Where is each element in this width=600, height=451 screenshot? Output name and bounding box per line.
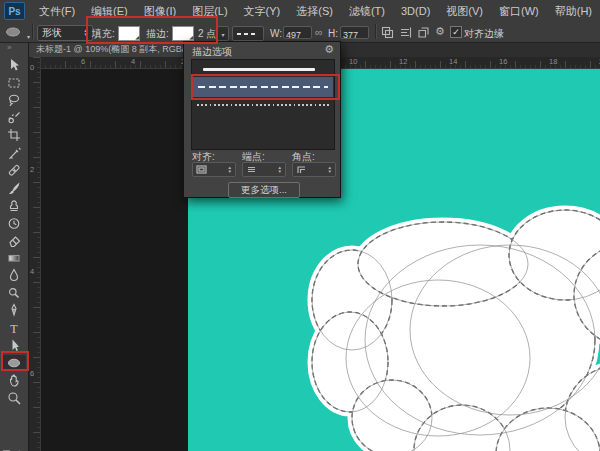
fill-label: 填充: xyxy=(92,27,115,41)
swatch-caret-icon: ◢ xyxy=(135,35,139,40)
caps-select[interactable]: ▲▼ xyxy=(242,162,286,177)
panel-title: 描边选项 xyxy=(192,45,232,59)
align-edges-label: 对齐边缘 xyxy=(464,27,504,41)
vertical-ruler[interactable]: 0246 xyxy=(28,57,41,451)
stroke-color-swatch[interactable]: ◢ xyxy=(172,26,194,41)
stroke-style-dashed-selected[interactable] xyxy=(193,77,333,97)
tool-eraser[interactable] xyxy=(2,232,26,248)
lasso-icon xyxy=(7,93,21,107)
link-dimensions-icon[interactable]: ∞ xyxy=(315,25,323,39)
shape-height-input[interactable]: 377 像 xyxy=(340,26,369,39)
ellipse-icon xyxy=(7,356,21,370)
stroke-width-dropdown[interactable]: ▾ xyxy=(217,26,229,41)
blur-icon xyxy=(7,268,21,282)
menu-item-1[interactable]: 编辑(E) xyxy=(83,0,136,22)
stroke-style-list xyxy=(191,59,335,150)
menu-item-0[interactable]: 文件(F) xyxy=(31,0,83,22)
align-edges-checkbox[interactable]: ✓ xyxy=(450,26,462,38)
align-select[interactable]: ▲▼ xyxy=(192,162,236,177)
menu-item-2[interactable]: 图像(I) xyxy=(136,0,184,22)
stroke-type-dropdown[interactable] xyxy=(232,26,264,41)
width-field-label: W: xyxy=(270,27,282,41)
stroke-style-dotted[interactable] xyxy=(193,98,333,112)
stroke-width-value[interactable]: 2 点 xyxy=(198,27,216,41)
tool-mode-select[interactable]: 形状 ▲▼ xyxy=(37,25,93,41)
menu-item-5[interactable]: 选择(S) xyxy=(288,0,341,22)
h-ruler-number: 12 xyxy=(399,58,407,66)
tool-blur[interactable] xyxy=(2,267,26,283)
h-ruler-number: 16 xyxy=(499,58,507,66)
updown-arrows-icon: ▲▼ xyxy=(84,29,88,37)
tool-marquee[interactable] xyxy=(2,75,26,91)
fill-color-swatch[interactable]: ◢ xyxy=(118,26,140,41)
menu-item-3[interactable]: 图层(L) xyxy=(184,0,235,22)
photoshop-logo: Ps xyxy=(4,2,25,20)
menu-item-7[interactable]: 3D(D) xyxy=(393,0,438,22)
gear-icon[interactable]: ⚙ xyxy=(324,43,334,56)
pen-icon xyxy=(7,303,21,317)
v-ruler-number: 6 xyxy=(30,370,34,378)
tool-mode-value: 形状 xyxy=(42,26,62,40)
updown-arrows-icon: ▲▼ xyxy=(228,166,232,174)
menu-item-10[interactable]: 帮助(H) xyxy=(547,0,600,22)
crop-icon xyxy=(7,128,21,142)
tool-pen[interactable] xyxy=(2,302,26,318)
stroke-style-solid[interactable] xyxy=(193,62,333,78)
tool-hand[interactable] xyxy=(2,372,26,388)
tool-gradient[interactable] xyxy=(2,250,26,266)
menu-item-4[interactable]: 文字(Y) xyxy=(236,0,289,22)
gradient-icon xyxy=(7,251,21,265)
tool-brush[interactable] xyxy=(2,180,26,196)
tool-history-brush[interactable] xyxy=(2,215,26,231)
tool-preset-button[interactable]: ▾ xyxy=(4,25,30,39)
tool-ellipse[interactable] xyxy=(2,355,26,371)
path-alignment-button[interactable] xyxy=(399,25,414,40)
tool-type[interactable]: T xyxy=(2,320,26,336)
tool-quick-select[interactable] xyxy=(2,110,26,126)
marquee-icon xyxy=(7,76,21,90)
tool-eyedropper[interactable] xyxy=(2,145,26,161)
gear-icon[interactable]: ⚙ xyxy=(435,25,445,39)
move-icon xyxy=(7,58,21,72)
tool-lasso[interactable] xyxy=(2,92,26,108)
corners-select[interactable]: ▲▼ xyxy=(292,162,336,177)
tool-path-select[interactable] xyxy=(2,337,26,353)
spot-healing-icon xyxy=(7,163,21,177)
path-operations-button[interactable] xyxy=(381,25,396,40)
tool-options-bar: ▾ 形状 ▲▼ 填充: ◢ 描边: ◢ 2 点 ▾ W: 497 像 ∞ H: … xyxy=(0,22,600,43)
miter-corner-icon xyxy=(296,165,307,174)
quick-select-icon xyxy=(7,111,21,125)
svg-text:T: T xyxy=(10,322,18,335)
updown-arrows-icon: ▲▼ xyxy=(328,166,332,174)
zoom-icon xyxy=(7,391,21,405)
toolbar-collapse-icon[interactable]: » xyxy=(7,43,11,52)
dashed-line-icon xyxy=(198,86,328,89)
clone-stamp-icon xyxy=(7,198,21,212)
more-options-button[interactable]: 更多选项... xyxy=(228,182,300,198)
dodge-icon xyxy=(7,286,21,300)
h-ruler-number: 4 xyxy=(131,58,135,66)
menu-item-8[interactable]: 视图(V) xyxy=(438,0,491,22)
height-field-label: H: xyxy=(328,27,338,41)
shape-width-input[interactable]: 497 像 xyxy=(283,26,312,39)
tool-zoom[interactable] xyxy=(2,390,26,406)
menu-bar: Ps 文件(F)编辑(E)图像(I)图层(L)文字(Y)选择(S)滤镜(T)3D… xyxy=(0,0,600,23)
document-tab[interactable]: 未标题-1 @ 109%(椭圆 8 副本, RGB/8)* xyxy=(28,42,197,57)
tool-move[interactable] xyxy=(2,57,26,73)
tool-crop[interactable] xyxy=(2,127,26,143)
menu-item-6[interactable]: 滤镜(T) xyxy=(341,0,393,22)
align-inside-icon xyxy=(196,165,207,174)
tool-spot-healing[interactable] xyxy=(2,162,26,178)
v-ruler-number: 2 xyxy=(30,166,34,174)
path-arrangement-button[interactable] xyxy=(417,25,432,40)
stroke-label: 描边: xyxy=(146,27,169,41)
menu-item-9[interactable]: 窗口(W) xyxy=(491,0,547,22)
tool-dodge[interactable] xyxy=(2,285,26,301)
hand-icon xyxy=(7,373,21,387)
type-icon: T xyxy=(7,321,21,335)
h-ruler-number: 10 xyxy=(349,58,357,66)
history-brush-icon xyxy=(7,216,21,230)
h-ruler-number: 6 xyxy=(81,58,85,66)
swatch-caret-icon: ◢ xyxy=(189,35,193,40)
tool-clone-stamp[interactable] xyxy=(2,197,26,213)
